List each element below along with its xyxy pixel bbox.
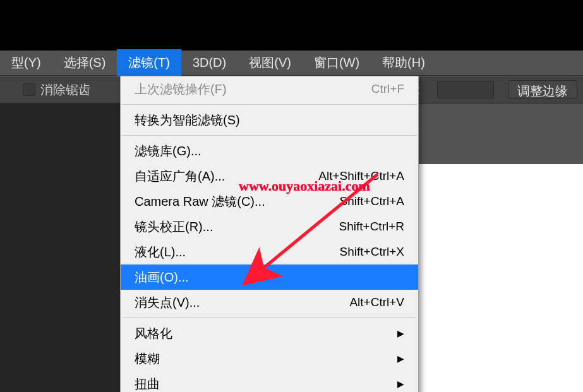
menu-item-label: 转换为智能滤镜(S) xyxy=(135,112,240,129)
menu-item-label: 液化(L)... xyxy=(135,244,186,261)
menu-item-label: 消失点(V)... xyxy=(135,294,200,311)
antialias-checkbox[interactable]: 消除锯齿 xyxy=(23,81,91,98)
menu-stylize[interactable]: 风格化 ▶ xyxy=(121,321,418,346)
submenu-arrow-icon: ▶ xyxy=(397,353,404,364)
menu-vanishing-point[interactable]: 消失点(V)... Alt+Ctrl+V xyxy=(121,290,418,315)
menu-item-label: 滤镜库(G)... xyxy=(135,143,201,160)
menu-convert-smart-filter[interactable]: 转换为智能滤镜(S) xyxy=(121,107,418,133)
menu-window[interactable]: 窗口(W) xyxy=(303,49,371,76)
menu-filter[interactable]: 滤镜(T) xyxy=(117,49,181,76)
menu-item-label: 油画(O)... xyxy=(135,269,189,286)
watermark-text: www.ouyaoxiazai.com xyxy=(239,178,370,194)
menubar: 型(Y) 选择(S) 滤镜(T) 3D(D) 视图(V) 窗口(W) 帮助(H) xyxy=(0,50,583,76)
menu-3d[interactable]: 3D(D) xyxy=(181,50,237,75)
menu-separator xyxy=(122,104,417,105)
submenu-arrow-icon: ▶ xyxy=(397,328,404,338)
menu-item-label: 上次滤镜操作(F) xyxy=(135,81,227,98)
checkbox-box[interactable] xyxy=(23,83,35,96)
menu-item-shortcut: Alt+Ctrl+V xyxy=(349,295,404,309)
submenu-arrow-icon: ▶ xyxy=(397,379,404,389)
menu-distort[interactable]: 扭曲 ▶ xyxy=(121,371,418,392)
menu-separator xyxy=(122,135,417,136)
menu-item-label: 扭曲 xyxy=(135,376,160,393)
menu-help[interactable]: 帮助(H) xyxy=(371,49,436,76)
degree-input[interactable] xyxy=(437,81,494,98)
menu-blur[interactable]: 模糊 ▶ xyxy=(121,346,418,371)
menu-separator xyxy=(122,318,417,318)
menu-item-label: 自适应广角(A)... xyxy=(135,168,225,185)
menu-liquify[interactable]: 液化(L)... Shift+Ctrl+X xyxy=(121,239,418,264)
top-strip xyxy=(0,0,583,50)
antialias-label: 消除锯齿 xyxy=(40,81,91,98)
menu-item-label: 风格化 xyxy=(135,325,172,342)
menu-item-shortcut: Ctrl+F xyxy=(371,82,404,96)
filter-dropdown: 上次滤镜操作(F) Ctrl+F 转换为智能滤镜(S) 滤镜库(G)... 自适… xyxy=(120,76,419,392)
menu-item-label: 模糊 xyxy=(135,350,160,367)
menu-item-shortcut: Shift+Ctrl+R xyxy=(339,220,404,234)
adjust-edge-button[interactable]: 调整边缘 xyxy=(508,80,577,99)
menu-filter-gallery[interactable]: 滤镜库(G)... xyxy=(121,138,418,163)
menu-type[interactable]: 型(Y) xyxy=(0,49,52,76)
menu-item-label: 镜头校正(R)... xyxy=(135,218,213,235)
menu-last-filter[interactable]: 上次滤镜操作(F) Ctrl+F xyxy=(121,76,418,102)
menu-view[interactable]: 视图(V) xyxy=(237,49,303,76)
menu-item-shortcut: Shift+Ctrl+A xyxy=(340,194,404,208)
menu-item-label: Camera Raw 滤镜(C)... xyxy=(135,193,265,210)
menu-lens-correction[interactable]: 镜头校正(R)... Shift+Ctrl+R xyxy=(121,214,418,239)
menu-oil-paint[interactable]: 油画(O)... xyxy=(121,264,418,290)
menu-select[interactable]: 选择(S) xyxy=(52,49,117,76)
menu-item-shortcut: Shift+Ctrl+X xyxy=(340,245,404,259)
